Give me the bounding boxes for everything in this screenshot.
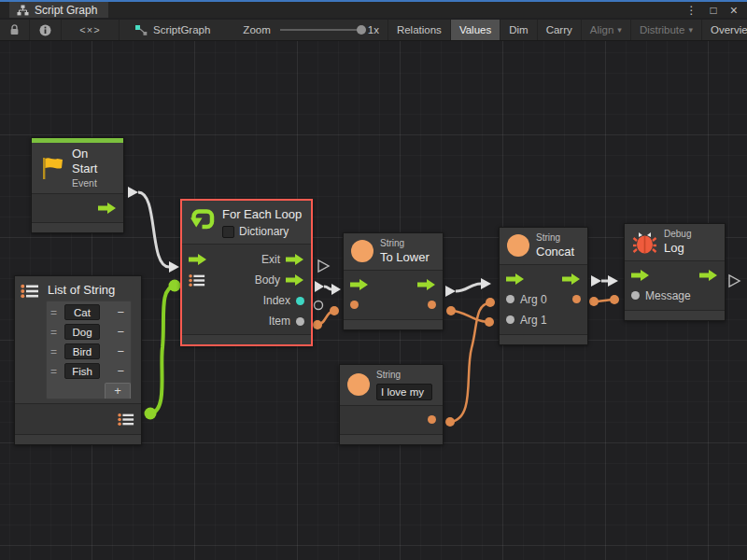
node-body — [340, 405, 443, 434]
list-item-row: = − — [50, 304, 127, 320]
list-in-port[interactable] — [189, 273, 205, 287]
tab-script-graph[interactable]: Script Graph — [9, 2, 108, 18]
list-add-row: + — [47, 383, 131, 399]
list-icon — [21, 284, 39, 299]
string-in-port[interactable] — [350, 301, 359, 309]
drag-handle-icon[interactable]: = — [50, 326, 60, 339]
node-title: For Each Loop — [222, 207, 302, 222]
port-label-body: Body — [255, 273, 280, 287]
arg0-in-port[interactable] — [506, 295, 514, 303]
node-title: Concat — [536, 245, 574, 259]
remove-item-button[interactable]: − — [114, 325, 127, 339]
drag-handle-icon[interactable]: = — [50, 365, 60, 378]
carry-label: Carry — [546, 24, 572, 35]
index-out-port[interactable] — [296, 297, 304, 305]
script-graph-window: Script Graph ⋮ □ × <×> — [0, 0, 747, 560]
flow-out-port[interactable] — [417, 279, 436, 290]
loop-icon — [190, 207, 216, 232]
flow-out-port[interactable] — [699, 270, 718, 281]
string-out-port[interactable] — [428, 301, 436, 309]
node-subtitle: Event — [72, 177, 116, 189]
node-body: Exit Body Index Item — [182, 244, 311, 334]
info-icon — [39, 24, 51, 36]
toolbar-button-values[interactable]: Values — [451, 20, 500, 40]
node-body — [344, 270, 443, 319]
flow-in-port[interactable] — [631, 270, 650, 281]
result-out-port[interactable] — [572, 295, 581, 303]
node-to-lower[interactable]: String To Lower — [343, 232, 444, 330]
flow-in-port[interactable] — [506, 273, 525, 285]
zoom-control: Zoom 1x — [218, 20, 388, 40]
node-on-start[interactable]: On Start Event — [31, 137, 124, 233]
dictionary-checkbox[interactable] — [222, 226, 234, 238]
remove-item-button[interactable]: − — [114, 344, 127, 358]
node-title: List of String — [48, 283, 132, 297]
drag-handle-icon[interactable]: = — [50, 306, 60, 319]
zoom-value: 1x — [368, 24, 379, 35]
node-body: Message — [625, 260, 725, 310]
edit-source-button[interactable]: <×> — [62, 20, 120, 40]
values-label: Values — [459, 24, 491, 35]
item-out-port[interactable] — [296, 317, 304, 326]
port-label-message: Message — [645, 289, 691, 302]
exit-out-port[interactable] — [286, 254, 304, 265]
relations-label: Relations — [397, 24, 442, 35]
window-menu-icon[interactable]: ⋮ — [686, 4, 698, 17]
flow-out-port[interactable] — [562, 273, 581, 285]
list-item-input[interactable] — [64, 324, 100, 340]
node-category: String — [376, 370, 432, 382]
remove-item-button[interactable]: − — [114, 364, 127, 378]
code-icon: <×> — [79, 24, 100, 35]
node-category: String — [536, 232, 574, 245]
node-string-literal[interactable]: String — [339, 364, 444, 445]
add-item-button[interactable]: + — [105, 383, 131, 399]
dropdown-arrow-icon: ▾ — [617, 25, 622, 35]
toolbar-button-carry[interactable]: Carry — [538, 20, 582, 40]
list-item-input[interactable] — [64, 363, 100, 379]
node-footer — [182, 334, 311, 344]
inspect-button[interactable] — [30, 20, 62, 40]
graph-breadcrumb[interactable]: ScriptGraph — [120, 20, 218, 40]
wire-endpoint — [313, 320, 322, 329]
port-label-item: Item — [269, 315, 290, 328]
flow-out-port[interactable] — [98, 203, 117, 214]
toolbar-button-distribute[interactable]: Distribute ▾ — [631, 20, 702, 40]
list-item-input[interactable] — [64, 343, 100, 359]
maximize-icon[interactable]: □ — [711, 4, 717, 17]
wire-endpoint — [610, 295, 619, 304]
distribute-label: Distribute — [640, 24, 685, 35]
wire-endpoint — [169, 280, 181, 292]
message-in-port[interactable] — [631, 291, 640, 300]
wire-endpoint — [445, 417, 455, 427]
toolbar-button-dim[interactable]: Dim — [500, 20, 537, 40]
string-out-port[interactable] — [428, 415, 436, 424]
toolbar-button-overview[interactable]: Overview — [702, 20, 747, 40]
node-list-of-string[interactable]: List of String = − = − = — [14, 275, 142, 445]
toolbar-button-relations[interactable]: Relations — [388, 20, 451, 40]
zoom-slider-handle[interactable] — [357, 25, 366, 35]
body-out-port[interactable] — [286, 274, 304, 286]
node-header: String Concat — [500, 228, 587, 264]
flag-icon — [39, 155, 65, 181]
remove-item-button[interactable]: − — [114, 305, 127, 319]
node-for-each-loop[interactable]: For Each Loop Dictionary Exit B — [180, 199, 313, 346]
dim-label: Dim — [509, 24, 528, 35]
arg1-in-port[interactable] — [506, 315, 514, 324]
graph-name: ScriptGraph — [153, 24, 210, 35]
flow-in-port[interactable] — [350, 279, 369, 290]
list-out-port[interactable] — [118, 413, 134, 427]
list-item-input[interactable] — [64, 304, 100, 320]
lock-button[interactable] — [0, 20, 30, 40]
toolbar-button-align[interactable]: Align ▾ — [582, 20, 631, 40]
flow-in-port[interactable] — [189, 254, 207, 265]
node-body — [32, 193, 123, 222]
node-footer — [15, 434, 141, 444]
string-value-input[interactable] — [376, 384, 432, 400]
node-debug-log[interactable]: Debug Log Message — [624, 223, 726, 321]
node-concat[interactable]: String Concat Arg 0 Arg 1 — [499, 227, 588, 345]
dropdown-arrow-icon: ▾ — [688, 25, 693, 35]
close-icon[interactable]: × — [730, 3, 738, 18]
window-controls: ⋮ □ × — [686, 2, 747, 18]
drag-handle-icon[interactable]: = — [50, 345, 60, 358]
zoom-slider[interactable] — [280, 29, 362, 31]
